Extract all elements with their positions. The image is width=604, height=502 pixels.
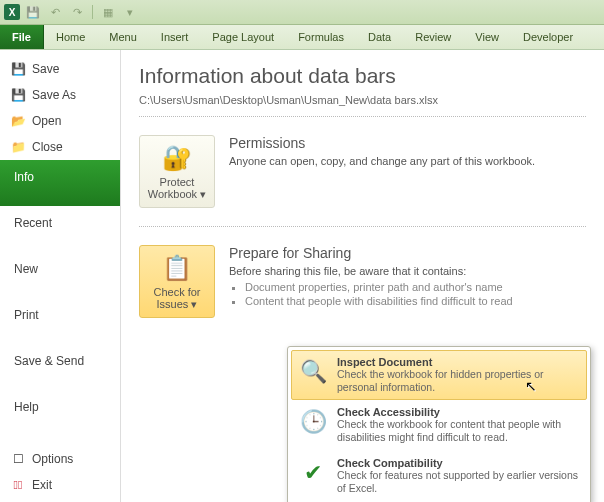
sidebar-item-saveas[interactable]: 💾Save As: [0, 82, 120, 108]
excel-app-icon: X: [4, 4, 20, 20]
sidebar-item-print[interactable]: Print: [0, 298, 120, 344]
sidebar-item-label: Save As: [32, 88, 76, 102]
info-panel: Information about data bars C:\Users\Usm…: [121, 50, 604, 502]
prepare-list-item: Content that people with disabilities fi…: [245, 295, 586, 307]
sidebar-item-label: Save: [32, 62, 59, 76]
sidebar-item-new[interactable]: New: [0, 252, 120, 298]
sidebar-item-label: Recent: [14, 216, 52, 230]
protect-workbook-button[interactable]: 🔐 Protect Workbook ▾: [139, 135, 215, 208]
menu-item-check-compatibility[interactable]: ✔ Check Compatibility Check for features…: [291, 451, 587, 501]
sidebar-item-info[interactable]: Info: [0, 160, 121, 206]
clipboard-check-icon: 📋: [142, 252, 212, 284]
sidebar-item-label: Save & Send: [14, 354, 84, 368]
tab-page-layout[interactable]: Page Layout: [200, 25, 286, 49]
sidebar-item-exit[interactable]: �⃠Exit: [0, 472, 120, 498]
save-icon: 💾: [10, 61, 26, 77]
menu-item-desc: Check the workbook for content that peop…: [337, 418, 581, 444]
sidebar-item-open[interactable]: 📂Open: [0, 108, 120, 134]
sidebar-item-options[interactable]: ☐Options: [0, 446, 120, 472]
menu-item-desc: Check for features not supported by earl…: [337, 469, 581, 495]
menu-item-inspect-document[interactable]: 🔍 Inspect Document Check the workbook fo…: [291, 350, 587, 400]
accessibility-icon: 🕒: [297, 406, 329, 438]
tab-menu[interactable]: Menu: [97, 25, 149, 49]
qat-dropdown-icon[interactable]: ▾: [121, 3, 139, 21]
sidebar-item-label: Close: [32, 140, 63, 154]
qat-separator: [92, 5, 93, 19]
tab-data[interactable]: Data: [356, 25, 403, 49]
qat-extra-icon[interactable]: ▦: [99, 3, 117, 21]
divider: [139, 116, 586, 117]
title-bar: X 💾 ↶ ↷ ▦ ▾: [0, 0, 604, 25]
prepare-list-item: Document properties, printer path and au…: [245, 281, 586, 293]
prepare-section: 📋 Check for Issues ▾ Prepare for Sharing…: [139, 235, 586, 328]
permissions-desc: Anyone can open, copy, and change any pa…: [229, 155, 586, 167]
menu-item-title: Check Accessibility: [337, 406, 581, 418]
divider: [139, 226, 586, 227]
open-folder-icon: 📂: [10, 113, 26, 129]
tab-formulas[interactable]: Formulas: [286, 25, 356, 49]
undo-qat-icon[interactable]: ↶: [46, 3, 64, 21]
check-issues-dropdown: 🔍 Inspect Document Check the workbook fo…: [287, 346, 591, 502]
sidebar-item-savesend[interactable]: Save & Send: [0, 344, 120, 390]
ribbon-tabs: File Home Menu Insert Page Layout Formul…: [0, 25, 604, 50]
saveas-icon: 💾: [10, 87, 26, 103]
tab-developer[interactable]: Developer: [511, 25, 585, 49]
prepare-desc: Before sharing this file, be aware that …: [229, 265, 586, 277]
file-path: C:\Users\Usman\Desktop\Usman\Usman_New\d…: [139, 94, 586, 106]
menu-item-title: Inspect Document: [337, 356, 581, 368]
close-folder-icon: 📁: [10, 139, 26, 155]
redo-qat-icon[interactable]: ↷: [68, 3, 86, 21]
sidebar-item-recent[interactable]: Recent: [0, 206, 120, 252]
tab-review[interactable]: Review: [403, 25, 463, 49]
compatibility-icon: ✔: [297, 457, 329, 489]
menu-item-title: Check Compatibility: [337, 457, 581, 469]
exit-icon: �⃠: [10, 477, 26, 493]
sidebar-item-label: Info: [14, 170, 34, 184]
menu-item-check-accessibility[interactable]: 🕒 Check Accessibility Check the workbook…: [291, 400, 587, 450]
permissions-section: 🔐 Protect Workbook ▾ Permissions Anyone …: [139, 125, 586, 218]
sidebar-item-label: Open: [32, 114, 61, 128]
save-qat-icon[interactable]: 💾: [24, 3, 42, 21]
prepare-heading: Prepare for Sharing: [229, 245, 586, 261]
permissions-heading: Permissions: [229, 135, 586, 151]
tab-file[interactable]: File: [0, 25, 44, 49]
tab-insert[interactable]: Insert: [149, 25, 201, 49]
tab-home[interactable]: Home: [44, 25, 97, 49]
sidebar-item-label: New: [14, 262, 38, 276]
tab-view[interactable]: View: [463, 25, 511, 49]
check-for-issues-button[interactable]: 📋 Check for Issues ▾: [139, 245, 215, 318]
sidebar-item-help[interactable]: Help: [0, 390, 120, 436]
sidebar-item-label: Exit: [32, 478, 52, 492]
options-icon: ☐: [10, 451, 26, 467]
lock-key-icon: 🔐: [142, 142, 212, 174]
sidebar-item-label: Help: [14, 400, 39, 414]
backstage-sidebar: 💾Save 💾Save As 📂Open 📁Close Info Recent …: [0, 50, 121, 502]
menu-item-desc: Check the workbook for hidden properties…: [337, 368, 581, 394]
inspect-document-icon: 🔍: [297, 356, 329, 388]
button-label: Check for Issues ▾: [142, 286, 212, 311]
button-label: Protect Workbook ▾: [142, 176, 212, 201]
sidebar-item-label: Print: [14, 308, 39, 322]
page-title: Information about data bars: [139, 64, 586, 88]
sidebar-item-close[interactable]: 📁Close: [0, 134, 120, 160]
sidebar-item-save[interactable]: 💾Save: [0, 56, 120, 82]
sidebar-item-label: Options: [32, 452, 73, 466]
